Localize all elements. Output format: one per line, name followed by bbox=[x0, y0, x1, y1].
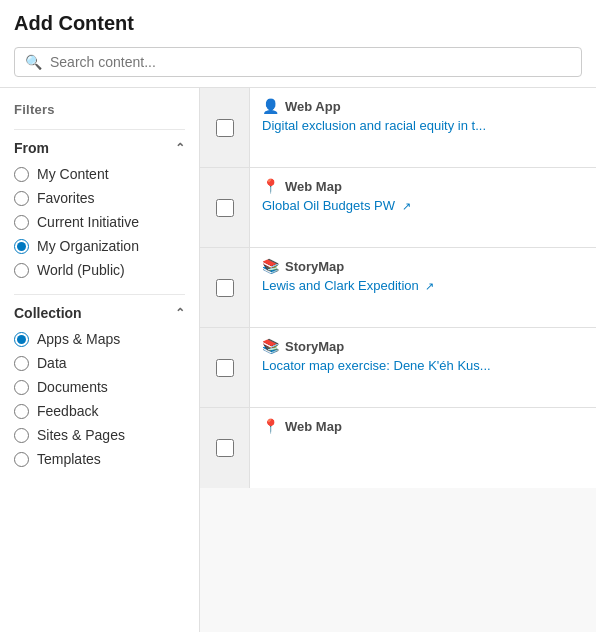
collection-option-feedback[interactable]: Feedback bbox=[14, 399, 199, 423]
collection-option-data[interactable]: Data bbox=[14, 351, 199, 375]
item-type-row-1: 📍 Web Map bbox=[262, 178, 584, 194]
collection-radio-documents[interactable] bbox=[14, 380, 29, 395]
from-option-my-content-label: My Content bbox=[37, 166, 109, 182]
item-body-3: 📚 StoryMap Locator map exercise: Dene K'… bbox=[250, 328, 596, 407]
from-chevron-icon: ⌃ bbox=[175, 141, 185, 155]
item-type-row-2: 📚 StoryMap bbox=[262, 258, 584, 274]
from-option-current-initiative[interactable]: Current Initiative bbox=[14, 210, 199, 234]
from-option-current-initiative-label: Current Initiative bbox=[37, 214, 139, 230]
item-body-4: 📍 Web Map bbox=[250, 408, 596, 488]
from-radio-world-public[interactable] bbox=[14, 263, 29, 278]
item-title-2[interactable]: Lewis and Clark Expedition ↗ bbox=[262, 278, 584, 293]
content-item-4: 📍 Web Map bbox=[200, 408, 596, 488]
item-body-0: 👤 Web App Digital exclusion and racial e… bbox=[250, 88, 596, 167]
from-label: From bbox=[14, 140, 49, 156]
item-body-1: 📍 Web Map Global Oil Budgets PW ↗ bbox=[250, 168, 596, 247]
collection-radio-templates[interactable] bbox=[14, 452, 29, 467]
external-link-icon-1: ↗ bbox=[402, 200, 411, 212]
item-type-row-3: 📚 StoryMap bbox=[262, 338, 584, 354]
from-radio-group: My Content Favorites Current Initiative … bbox=[0, 160, 199, 290]
checkbox-area-1[interactable] bbox=[200, 168, 250, 247]
collection-radio-data[interactable] bbox=[14, 356, 29, 371]
filters-divider bbox=[14, 129, 185, 130]
main-body: Filters From ⌃ My Content Favorites Curr… bbox=[0, 88, 596, 632]
content-item-0: 👤 Web App Digital exclusion and racial e… bbox=[200, 88, 596, 168]
webmap-icon-4: 📍 bbox=[262, 418, 279, 434]
from-option-my-content[interactable]: My Content bbox=[14, 162, 199, 186]
left-panel: Filters From ⌃ My Content Favorites Curr… bbox=[0, 88, 200, 632]
content-item-2: 📚 StoryMap Lewis and Clark Expedition ↗ bbox=[200, 248, 596, 328]
content-item-1: 📍 Web Map Global Oil Budgets PW ↗ bbox=[200, 168, 596, 248]
item-checkbox-4[interactable] bbox=[216, 439, 234, 457]
checkbox-area-0[interactable] bbox=[200, 88, 250, 167]
from-option-my-organization-label: My Organization bbox=[37, 238, 139, 254]
item-type-label-0: Web App bbox=[285, 99, 341, 114]
from-option-world-public-label: World (Public) bbox=[37, 262, 125, 278]
item-type-label-3: StoryMap bbox=[285, 339, 344, 354]
item-type-label-2: StoryMap bbox=[285, 259, 344, 274]
item-title-1[interactable]: Global Oil Budgets PW ↗ bbox=[262, 198, 584, 213]
item-checkbox-2[interactable] bbox=[216, 279, 234, 297]
item-checkbox-0[interactable] bbox=[216, 119, 234, 137]
collection-option-sites-pages[interactable]: Sites & Pages bbox=[14, 423, 199, 447]
item-type-label-1: Web Map bbox=[285, 179, 342, 194]
collection-option-documents[interactable]: Documents bbox=[14, 375, 199, 399]
collection-option-sites-pages-label: Sites & Pages bbox=[37, 427, 125, 443]
item-type-row-4: 📍 Web Map bbox=[262, 418, 584, 434]
search-input[interactable] bbox=[50, 54, 571, 70]
item-type-label-4: Web Map bbox=[285, 419, 342, 434]
storymap-icon-3: 📚 bbox=[262, 338, 279, 354]
item-title-3[interactable]: Locator map exercise: Dene K'éh Kus... bbox=[262, 358, 584, 373]
webmap-icon-1: 📍 bbox=[262, 178, 279, 194]
item-checkbox-3[interactable] bbox=[216, 359, 234, 377]
collection-radio-feedback[interactable] bbox=[14, 404, 29, 419]
checkbox-area-3[interactable] bbox=[200, 328, 250, 407]
from-option-world-public[interactable]: World (Public) bbox=[14, 258, 199, 282]
from-radio-my-organization[interactable] bbox=[14, 239, 29, 254]
checkbox-area-2[interactable] bbox=[200, 248, 250, 327]
item-type-row-0: 👤 Web App bbox=[262, 98, 584, 114]
collection-option-templates[interactable]: Templates bbox=[14, 447, 199, 471]
content-item-3: 📚 StoryMap Locator map exercise: Dene K'… bbox=[200, 328, 596, 408]
collection-radio-group: Apps & Maps Data Documents Feedback Site… bbox=[0, 325, 199, 479]
from-section-header[interactable]: From ⌃ bbox=[0, 134, 199, 160]
filters-label: Filters bbox=[0, 98, 199, 125]
collection-option-apps-maps-label: Apps & Maps bbox=[37, 331, 120, 347]
from-option-favorites-label: Favorites bbox=[37, 190, 95, 206]
collection-radio-apps-maps[interactable] bbox=[14, 332, 29, 347]
collection-chevron-icon: ⌃ bbox=[175, 306, 185, 320]
collection-divider bbox=[14, 294, 185, 295]
storymap-icon-2: 📚 bbox=[262, 258, 279, 274]
from-radio-current-initiative[interactable] bbox=[14, 215, 29, 230]
collection-option-apps-maps[interactable]: Apps & Maps bbox=[14, 327, 199, 351]
collection-option-feedback-label: Feedback bbox=[37, 403, 98, 419]
search-bar: 🔍 bbox=[14, 47, 582, 77]
from-option-favorites[interactable]: Favorites bbox=[14, 186, 199, 210]
collection-option-templates-label: Templates bbox=[37, 451, 101, 467]
collection-label: Collection bbox=[14, 305, 82, 321]
from-option-my-organization[interactable]: My Organization bbox=[14, 234, 199, 258]
item-title-0[interactable]: Digital exclusion and racial equity in t… bbox=[262, 118, 584, 133]
item-body-2: 📚 StoryMap Lewis and Clark Expedition ↗ bbox=[250, 248, 596, 327]
collection-radio-sites-pages[interactable] bbox=[14, 428, 29, 443]
from-radio-my-content[interactable] bbox=[14, 167, 29, 182]
external-link-icon-2: ↗ bbox=[425, 280, 434, 292]
search-icon: 🔍 bbox=[25, 54, 42, 70]
add-content-panel: Add Content 🔍 Filters From ⌃ My Content … bbox=[0, 0, 596, 632]
page-title: Add Content bbox=[0, 12, 596, 47]
right-panel: 👤 Web App Digital exclusion and racial e… bbox=[200, 88, 596, 632]
collection-section-header[interactable]: Collection ⌃ bbox=[0, 299, 199, 325]
collection-option-documents-label: Documents bbox=[37, 379, 108, 395]
item-checkbox-1[interactable] bbox=[216, 199, 234, 217]
checkbox-area-4[interactable] bbox=[200, 408, 250, 488]
webapp-icon-0: 👤 bbox=[262, 98, 279, 114]
collection-option-data-label: Data bbox=[37, 355, 67, 371]
from-radio-favorites[interactable] bbox=[14, 191, 29, 206]
